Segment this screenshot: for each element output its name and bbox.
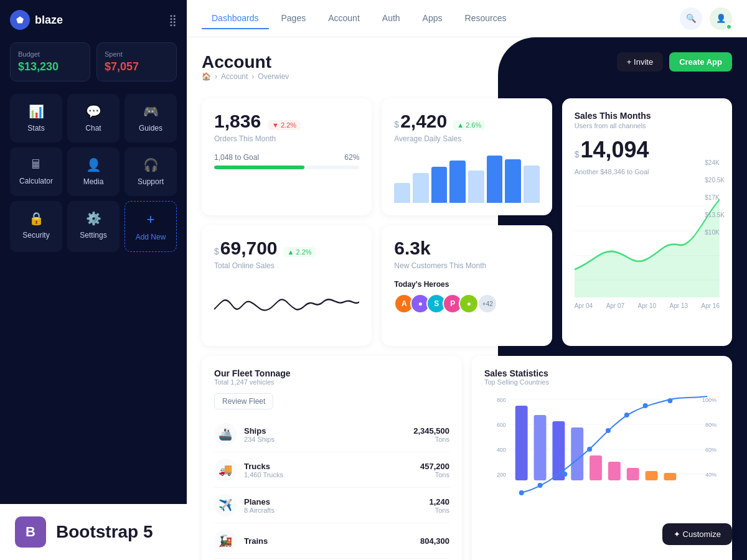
hero-count: +42 — [477, 294, 497, 314]
hero-avatar-5: ● — [459, 294, 479, 314]
fleet-row-left-trains: 🚂 Trains — [214, 530, 268, 552]
orders-card: 1,836 ▼ 2.2% Orders This Month 1,048 to … — [202, 98, 372, 215]
sidebar-item-stats[interactable]: 📊 Stats — [10, 94, 62, 142]
customize-button[interactable]: ✦ Customize — [662, 523, 732, 545]
spent-label: Spent — [105, 50, 169, 58]
progress-pct: 62% — [344, 153, 359, 162]
svg-rect-12 — [515, 406, 528, 480]
sales-month-value: 14,094 — [580, 137, 649, 163]
nav-dashboards[interactable]: Dashboards — [202, 8, 269, 29]
nav-apps[interactable]: Apps — [413, 8, 453, 29]
avatars-row: A ● S P ● +42 — [394, 294, 539, 314]
add-icon: + — [147, 212, 155, 228]
new-customers-card: 6.3k New Customers This Month Today's He… — [382, 225, 552, 346]
bootstrap-icon: B — [15, 516, 46, 548]
fleet-row-trucks: 🚚 Trucks 1,460 Trucks 457,200 Tons — [214, 452, 449, 488]
sales-sub-text: Another $48,346 to Goal — [575, 168, 720, 175]
avatar-button[interactable]: 👤 — [710, 7, 732, 30]
svg-point-28 — [667, 398, 672, 403]
x-label-1: Apr 04 — [575, 302, 593, 309]
top-nav-links: Dashboards Pages Account Auth Apps Resou… — [202, 8, 516, 29]
bar-8 — [524, 166, 540, 203]
bar-4 — [449, 161, 466, 203]
nav-account[interactable]: Account — [318, 8, 370, 29]
sidebar-item-support[interactable]: 🎧 Support — [125, 147, 177, 196]
svg-text:800: 800 — [497, 397, 506, 403]
new-customers-label: New Customers This Month — [394, 261, 539, 270]
orders-badge: ▼ 2.2% — [268, 120, 300, 130]
progress-row: 1,048 to Goal 62% — [214, 153, 359, 162]
budget-card: Budget $13,230 — [10, 42, 90, 82]
trains-icon: 🚂 — [214, 530, 237, 552]
y-label-4: $13.5K — [705, 207, 725, 224]
top-nav-right: 🔍 👤 — [680, 7, 732, 30]
chart-x-labels: Apr 04 Apr 07 Apr 10 Apr 13 Apr 16 — [575, 302, 720, 309]
sidebar-item-guides[interactable]: 🎮 Guides — [125, 94, 177, 142]
planes-unit: Tons — [429, 506, 449, 514]
trucks-info: Trucks 1,460 Trucks — [244, 462, 283, 478]
trucks-value: 457,200 — [420, 462, 449, 471]
planes-value: 1,240 — [429, 497, 449, 506]
support-icon: 🎧 — [143, 157, 159, 172]
nav-resources[interactable]: Resources — [455, 8, 517, 29]
page-title: Account — [202, 52, 289, 72]
fleet-row-left-planes: ✈️ Planes 8 Aircrafts — [214, 494, 275, 516]
sidebar-item-security[interactable]: 🔒 Security — [10, 201, 62, 252]
heroes-label: Today's Heroes — [394, 280, 539, 289]
trucks-sub: 1,460 Trucks — [244, 471, 283, 478]
ships-name: Ships — [244, 426, 275, 436]
sidebar-item-add-new[interactable]: + Add New — [125, 201, 177, 252]
svg-text:600: 600 — [497, 422, 506, 428]
menu-icon[interactable]: ⣿ — [169, 13, 177, 27]
svg-text:200: 200 — [497, 472, 506, 478]
sidebar-item-calculator[interactable]: 🖩 Calculator — [10, 147, 62, 196]
sidebar-item-chat[interactable]: 💬 Chat — [67, 94, 120, 142]
sidebar-item-settings[interactable]: ⚙️ Settings — [67, 201, 120, 252]
nav-pages[interactable]: Pages — [271, 8, 316, 29]
daily-sales-chart — [394, 153, 539, 203]
y-label-3: $17K — [705, 189, 725, 207]
guides-label: Guides — [139, 124, 162, 133]
budget-label: Budget — [18, 50, 82, 58]
svg-rect-16 — [590, 455, 602, 480]
x-label-3: Apr 10 — [638, 302, 656, 309]
fleet-row-planes: ✈️ Planes 8 Aircrafts 1,240 Tons — [214, 488, 449, 523]
calculator-icon: 🖩 — [30, 157, 42, 172]
svg-point-21 — [519, 490, 524, 495]
svg-text:60%: 60% — [705, 447, 716, 453]
search-button[interactable]: 🔍 — [680, 7, 702, 30]
online-sales-value: 69,700 — [220, 238, 278, 259]
bar-6 — [487, 156, 503, 203]
budget-cards: Budget $13,230 Spent $7,057 — [10, 42, 177, 82]
support-label: Support — [138, 177, 164, 186]
trains-value: 804,300 — [420, 536, 449, 546]
svg-text:400: 400 — [497, 447, 506, 453]
trucks-name: Trucks — [244, 462, 283, 471]
online-sales-badge: ▲ 2.2% — [284, 247, 316, 257]
y-label-2: $20.5K — [705, 172, 725, 189]
svg-point-24 — [587, 447, 592, 452]
x-label-2: Apr 07 — [606, 302, 624, 309]
ships-sub: 234 Ships — [244, 436, 275, 443]
breadcrumb-home: 🏠 — [202, 72, 211, 81]
nav-auth[interactable]: Auth — [372, 8, 410, 29]
online-sales-label: Total Online Sales — [214, 261, 359, 270]
review-fleet-button[interactable]: Review Fleet — [214, 393, 273, 409]
invite-button[interactable]: + Invite — [617, 52, 663, 72]
svg-point-22 — [538, 483, 543, 488]
trains-name: Trains — [244, 536, 268, 546]
planes-icon: ✈️ — [214, 494, 237, 516]
sales-prefix: $ — [575, 149, 580, 159]
page-header: Account 🏠 › Account › Overwiev + Invite … — [202, 52, 732, 93]
new-customers-value: 6.3k — [394, 238, 539, 259]
sidebar: ⬟ blaze ⣿ Budget $13,230 Spent $7,057 📊 … — [0, 0, 187, 560]
chat-label: Chat — [85, 124, 101, 133]
heroes-section: Today's Heroes A ● S P ● +42 — [394, 280, 539, 314]
create-app-button[interactable]: Create App — [669, 52, 732, 72]
bar-1 — [394, 183, 410, 203]
sidebar-item-media[interactable]: 👤 Media — [67, 147, 120, 196]
search-icon: 🔍 — [686, 14, 697, 23]
planes-name: Planes — [244, 497, 275, 506]
svg-text:80%: 80% — [705, 422, 716, 428]
page-title-group: Account 🏠 › Account › Overwiev — [202, 52, 289, 93]
